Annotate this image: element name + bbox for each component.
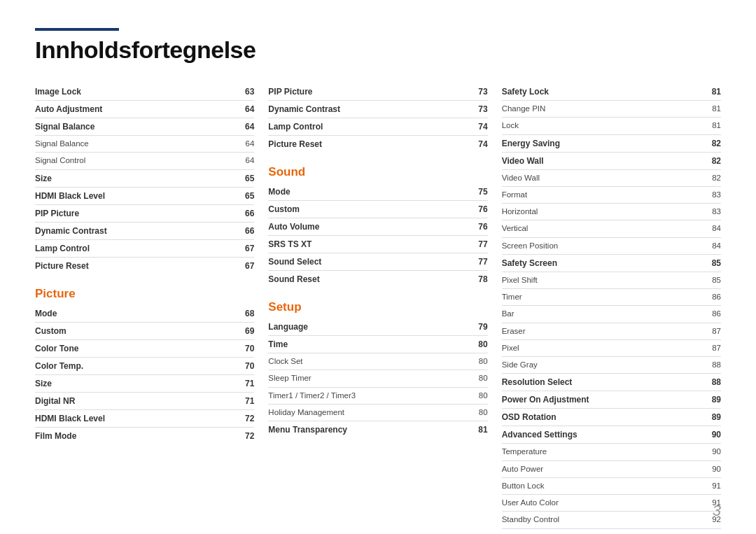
toc-page: 73 <box>444 83 488 101</box>
toc-label: Lock <box>502 118 678 134</box>
table-row: Vertical 84 <box>502 220 721 237</box>
toc-page: 66 <box>211 204 255 222</box>
toc-page: 72 <box>211 427 255 444</box>
table-row: Auto Power 90 <box>502 461 721 477</box>
toc-page: 90 <box>677 444 721 461</box>
table-row: Language 79 <box>268 318 487 336</box>
title-underline <box>35 28 119 31</box>
page-number: 3 <box>713 502 721 520</box>
toc-label: Lamp Control <box>35 239 211 257</box>
toc-label: HDMI Black Level <box>35 409 211 427</box>
table-row: Mode 68 <box>35 305 254 323</box>
toc-page: 80 <box>444 370 488 387</box>
table-row: Safety Lock 81 <box>502 83 721 101</box>
toc-label: Custom <box>35 322 211 339</box>
toc-label: PIP Picture <box>268 83 444 101</box>
table-row: Bar 86 <box>502 306 721 323</box>
col1-top-section: Image Lock 63 Auto Adjustment 64 Signal … <box>35 83 254 274</box>
toc-label: Energy Saving <box>502 134 678 152</box>
toc-page: 87 <box>677 339 721 356</box>
toc-page: 67 <box>211 239 255 257</box>
toc-label: Standby Control <box>502 512 678 528</box>
table-row: Timer1 / Timer2 / Timer3 80 <box>268 387 487 404</box>
picture-table: Mode 68 Custom 69 Color Tone 70 Color Te… <box>35 305 254 444</box>
toc-label: Safety Lock <box>502 83 678 101</box>
toc-page: 86 <box>677 306 721 323</box>
col1-top-table: Image Lock 63 Auto Adjustment 64 Signal … <box>35 83 254 274</box>
toc-page: 90 <box>677 426 721 444</box>
table-row: Power On Adjustment 89 <box>502 391 721 409</box>
table-row: Image Lock 63 <box>35 83 254 101</box>
table-row: Dynamic Contrast 73 <box>268 101 487 118</box>
table-row: Safety Screen 85 <box>502 254 721 272</box>
toc-page: 82 <box>677 134 721 152</box>
toc-label: Bar <box>502 306 678 323</box>
toc-page: 88 <box>677 374 721 391</box>
table-row: Color Tone 70 <box>35 339 254 357</box>
toc-page: 90 <box>677 461 721 477</box>
col2-top-table: PIP Picture 73 Dynamic Contrast 73 Lamp … <box>268 83 487 153</box>
table-row: Signal Balance 64 <box>35 136 254 153</box>
toc-page: 81 <box>677 83 721 101</box>
table-row: Eraser 87 <box>502 323 721 339</box>
table-row: Time 80 <box>268 336 487 353</box>
toc-page: 81 <box>677 118 721 134</box>
table-row: Menu Transparency 81 <box>268 421 487 439</box>
table-row: Horizontal 83 <box>502 204 721 220</box>
toc-page: 71 <box>211 392 255 409</box>
toc-page: 81 <box>444 421 488 439</box>
toc-label: Picture Reset <box>268 136 444 153</box>
toc-label: Auto Volume <box>268 218 444 236</box>
table-row: Energy Saving 82 <box>502 134 721 152</box>
toc-label: Safety Screen <box>502 254 678 272</box>
toc-label: Timer1 / Timer2 / Timer3 <box>268 387 444 404</box>
toc-label: Screen Position <box>502 237 678 254</box>
toc-page: 73 <box>444 101 488 118</box>
table-row: Lamp Control 74 <box>268 118 487 136</box>
toc-page: 83 <box>677 204 721 220</box>
toc-label: Timer <box>502 289 678 306</box>
toc-label: Size <box>35 374 211 392</box>
toc-page: 76 <box>444 218 488 236</box>
toc-page: 64 <box>211 153 255 169</box>
toc-label: Size <box>35 169 211 187</box>
toc-label: Change PIN <box>502 101 678 118</box>
toc-page: 92 <box>677 528 721 534</box>
toc-page: 82 <box>677 169 721 186</box>
col3-table: Safety Lock 81 Change PIN 81 Lock 81 Ene… <box>502 83 721 534</box>
picture-section: Picture Mode 68 Custom 69 Color Tone 70 … <box>35 287 254 444</box>
page: Innholdsfortegnelse Image Lock 63 Auto A… <box>0 0 756 534</box>
setup-heading: Setup <box>268 300 487 314</box>
toc-label: Pixel Shift <box>502 272 678 288</box>
picture-heading: Picture <box>35 287 254 301</box>
toc-page: 85 <box>677 254 721 272</box>
toc-page: 78 <box>444 271 488 288</box>
table-row: Sound Select 77 <box>268 253 487 271</box>
toc-page: 87 <box>677 323 721 339</box>
toc-label: Side Gray <box>502 357 678 374</box>
sound-table: Mode 75 Custom 76 Auto Volume 76 SRS TS … <box>268 183 487 288</box>
columns-wrapper: Image Lock 63 Auto Adjustment 64 Signal … <box>35 83 721 534</box>
sound-section: Sound Mode 75 Custom 76 Auto Volume 76 S… <box>268 165 487 288</box>
toc-label: Eraser <box>502 323 678 339</box>
toc-label: Horizontal <box>502 204 678 220</box>
toc-label: Vertical <box>502 220 678 237</box>
toc-page: 64 <box>211 118 255 136</box>
table-row: Video Wall 82 <box>502 152 721 169</box>
toc-label: Color Tone <box>35 339 211 357</box>
title-section: Innholdsfortegnelse <box>35 28 721 64</box>
toc-page: 68 <box>211 305 255 323</box>
toc-page: 84 <box>677 237 721 254</box>
toc-label: Lamp Schedule <box>502 528 678 534</box>
setup-table: Language 79 Time 80 Clock Set 80 Sleep T… <box>268 318 487 438</box>
table-row: Side Gray 88 <box>502 357 721 374</box>
sound-heading: Sound <box>268 165 487 179</box>
toc-label: Menu Transparency <box>268 421 444 439</box>
toc-label: Power On Adjustment <box>502 391 678 409</box>
toc-label: Signal Control <box>35 153 211 169</box>
toc-label: Mode <box>35 305 211 323</box>
toc-label: Holiday Management <box>268 404 444 421</box>
toc-page: 65 <box>211 169 255 187</box>
toc-label: Signal Balance <box>35 136 211 153</box>
table-row: Size 65 <box>35 169 254 187</box>
